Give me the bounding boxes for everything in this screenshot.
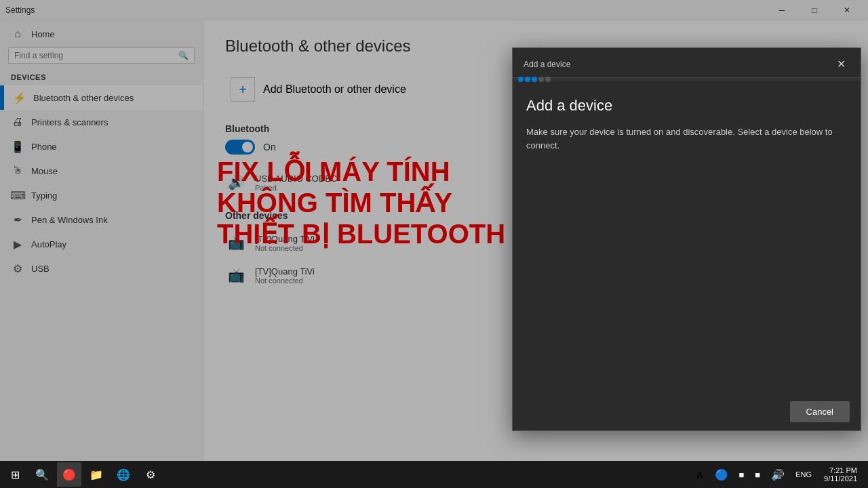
modal-body: Add a device Make sure your device is tu… [513,81,861,393]
taskbar-volume[interactable]: 🔊 [767,466,789,484]
modal-description: Make sure your device is turned on and d… [526,125,847,152]
scan-dot-5 [545,77,551,82]
taskbar-search[interactable]: 🔍 [30,462,54,487]
taskbar-time: 7:21 PM [824,466,857,474]
scan-dot-3 [532,77,537,82]
taskbar-tray-expand[interactable]: ∧ [692,466,708,484]
taskbar-settings[interactable]: ⚙ [138,462,163,487]
taskbar-date: 9/11/2021 [824,474,857,483]
add-device-modal: Add a device ✕ Add a device Make sure yo… [512,47,861,431]
modal-footer: Cancel [513,393,861,430]
taskbar-tray-icon-1[interactable]: ■ [735,467,749,483]
taskbar-app-1[interactable]: 🔴 [57,462,81,487]
taskbar-language[interactable]: ENG [791,468,816,481]
modal-titlebar: Add a device ✕ [513,48,861,78]
start-button[interactable]: ⊞ [3,462,27,487]
cancel-button[interactable]: Cancel [790,401,850,422]
taskbar-clock[interactable]: 7:21 PM 9/11/2021 [818,464,863,485]
taskbar: ⊞ 🔍 🔴 📁 🌐 ⚙ ∧ 🔵 ■ ■ 🔊 ENG 7:21 PM 9/11/2… [0,461,868,488]
modal-close-button[interactable]: ✕ [833,56,850,72]
taskbar-chrome[interactable]: 🌐 [111,462,136,487]
taskbar-bluetooth-tray[interactable]: 🔵 [711,466,732,484]
modal-scanning-area [526,174,847,377]
scan-dot-1 [518,77,524,82]
taskbar-tray-icon-2[interactable]: ■ [751,467,764,483]
scan-dot-2 [525,77,530,82]
scan-dot-4 [538,77,544,82]
modal-titlebar-text: Add a device [524,60,570,69]
taskbar-left: ⊞ 🔍 🔴 📁 🌐 ⚙ [0,462,163,487]
taskbar-right: ∧ 🔵 ■ ■ 🔊 ENG 7:21 PM 9/11/2021 [692,464,869,485]
modal-heading: Add a device [526,97,847,115]
scan-dots-row [513,78,861,81]
taskbar-file-explorer[interactable]: 📁 [84,462,108,487]
scan-progress-bar [513,78,861,81]
